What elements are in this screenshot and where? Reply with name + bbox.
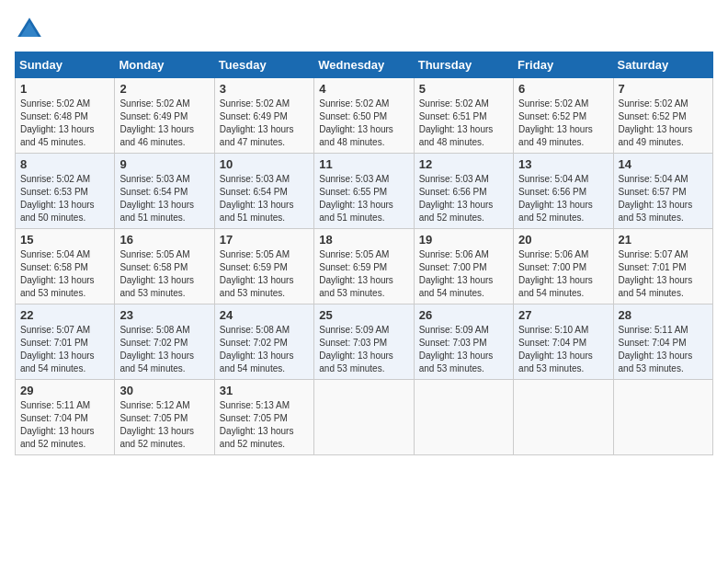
day-number: 28 <box>619 308 708 322</box>
empty-cell <box>314 380 414 455</box>
day-cell-19: 19Sunrise: 5:06 AMSunset: 7:00 PMDayligh… <box>414 229 513 304</box>
day-info: Sunrise: 5:03 AMSunset: 6:55 PMDaylight:… <box>319 173 408 224</box>
day-cell-12: 12Sunrise: 5:03 AMSunset: 6:56 PMDayligh… <box>414 154 513 229</box>
day-info: Sunrise: 5:08 AMSunset: 7:02 PMDaylight:… <box>119 324 209 375</box>
day-info: Sunrise: 5:08 AMSunset: 7:02 PMDaylight:… <box>220 324 309 375</box>
day-cell-20: 20Sunrise: 5:06 AMSunset: 7:00 PMDayligh… <box>514 229 613 304</box>
day-cell-8: 8Sunrise: 5:02 AMSunset: 6:53 PMDaylight… <box>16 154 115 229</box>
header <box>15 15 713 44</box>
day-cell-1: 1Sunrise: 5:02 AMSunset: 6:48 PMDaylight… <box>16 78 115 154</box>
day-number: 11 <box>319 157 408 171</box>
day-number: 14 <box>619 157 708 171</box>
day-info: Sunrise: 5:04 AMSunset: 6:57 PMDaylight:… <box>619 173 708 224</box>
day-cell-21: 21Sunrise: 5:07 AMSunset: 7:01 PMDayligh… <box>613 229 712 304</box>
logo-icon <box>15 15 44 44</box>
day-info: Sunrise: 5:02 AMSunset: 6:52 PMDaylight:… <box>619 98 708 149</box>
day-cell-13: 13Sunrise: 5:04 AMSunset: 6:56 PMDayligh… <box>514 154 613 229</box>
day-cell-18: 18Sunrise: 5:05 AMSunset: 6:59 PMDayligh… <box>314 229 414 304</box>
day-number: 3 <box>220 82 309 96</box>
day-number: 2 <box>119 82 209 96</box>
day-cell-31: 31Sunrise: 5:13 AMSunset: 7:05 PMDayligh… <box>214 380 313 455</box>
day-cell-25: 25Sunrise: 5:09 AMSunset: 7:03 PMDayligh… <box>314 304 414 380</box>
day-info: Sunrise: 5:03 AMSunset: 6:54 PMDaylight:… <box>119 173 209 224</box>
day-number: 17 <box>220 233 309 247</box>
day-cell-10: 10Sunrise: 5:03 AMSunset: 6:54 PMDayligh… <box>214 154 313 229</box>
day-number: 22 <box>20 308 109 322</box>
day-info: Sunrise: 5:09 AMSunset: 7:03 PMDaylight:… <box>319 324 408 375</box>
day-number: 24 <box>220 308 309 322</box>
day-info: Sunrise: 5:10 AMSunset: 7:04 PMDaylight:… <box>518 324 608 375</box>
header-cell-tuesday: Tuesday <box>214 52 313 78</box>
day-number: 9 <box>119 157 209 171</box>
day-info: Sunrise: 5:02 AMSunset: 6:49 PMDaylight:… <box>220 98 309 149</box>
day-info: Sunrise: 5:02 AMSunset: 6:52 PMDaylight:… <box>518 98 608 149</box>
day-cell-23: 23Sunrise: 5:08 AMSunset: 7:02 PMDayligh… <box>115 304 214 380</box>
day-info: Sunrise: 5:02 AMSunset: 6:51 PMDaylight:… <box>419 98 508 149</box>
day-cell-24: 24Sunrise: 5:08 AMSunset: 7:02 PMDayligh… <box>214 304 313 380</box>
day-number: 6 <box>518 82 608 96</box>
day-cell-22: 22Sunrise: 5:07 AMSunset: 7:01 PMDayligh… <box>16 304 115 380</box>
day-info: Sunrise: 5:11 AMSunset: 7:04 PMDaylight:… <box>619 324 708 375</box>
day-info: Sunrise: 5:07 AMSunset: 7:01 PMDaylight:… <box>619 248 708 300</box>
day-info: Sunrise: 5:05 AMSunset: 6:59 PMDaylight:… <box>220 248 309 300</box>
header-cell-monday: Monday <box>115 52 214 78</box>
day-cell-29: 29Sunrise: 5:11 AMSunset: 7:04 PMDayligh… <box>16 380 115 455</box>
day-info: Sunrise: 5:13 AMSunset: 7:05 PMDaylight:… <box>220 399 309 451</box>
day-cell-9: 9Sunrise: 5:03 AMSunset: 6:54 PMDaylight… <box>115 154 214 229</box>
day-number: 18 <box>319 233 408 247</box>
header-cell-friday: Friday <box>514 52 613 78</box>
day-number: 10 <box>220 157 309 171</box>
day-cell-30: 30Sunrise: 5:12 AMSunset: 7:05 PMDayligh… <box>115 380 214 455</box>
day-number: 27 <box>518 308 608 322</box>
day-cell-4: 4Sunrise: 5:02 AMSunset: 6:50 PMDaylight… <box>314 78 414 154</box>
day-number: 15 <box>20 233 109 247</box>
day-info: Sunrise: 5:04 AMSunset: 6:58 PMDaylight:… <box>20 248 109 300</box>
week-row-1: 1Sunrise: 5:02 AMSunset: 6:48 PMDaylight… <box>16 78 713 154</box>
logo <box>15 15 48 44</box>
day-info: Sunrise: 5:11 AMSunset: 7:04 PMDaylight:… <box>20 399 109 451</box>
day-number: 19 <box>419 233 508 247</box>
day-number: 4 <box>319 82 408 96</box>
day-number: 23 <box>119 308 209 322</box>
day-cell-7: 7Sunrise: 5:02 AMSunset: 6:52 PMDaylight… <box>613 78 712 154</box>
day-cell-26: 26Sunrise: 5:09 AMSunset: 7:03 PMDayligh… <box>414 304 513 380</box>
day-info: Sunrise: 5:05 AMSunset: 6:58 PMDaylight:… <box>119 248 209 300</box>
header-cell-thursday: Thursday <box>414 52 513 78</box>
day-number: 7 <box>619 82 708 96</box>
week-row-3: 15Sunrise: 5:04 AMSunset: 6:58 PMDayligh… <box>16 229 713 304</box>
day-cell-2: 2Sunrise: 5:02 AMSunset: 6:49 PMDaylight… <box>115 78 214 154</box>
day-cell-17: 17Sunrise: 5:05 AMSunset: 6:59 PMDayligh… <box>214 229 313 304</box>
day-number: 13 <box>518 157 608 171</box>
day-info: Sunrise: 5:05 AMSunset: 6:59 PMDaylight:… <box>319 248 408 300</box>
header-cell-wednesday: Wednesday <box>314 52 414 78</box>
day-number: 30 <box>119 384 209 397</box>
day-number: 20 <box>518 233 608 247</box>
day-cell-11: 11Sunrise: 5:03 AMSunset: 6:55 PMDayligh… <box>314 154 414 229</box>
page-container: SundayMondayTuesdayWednesdayThursdayFrid… <box>15 15 713 455</box>
day-cell-5: 5Sunrise: 5:02 AMSunset: 6:51 PMDaylight… <box>414 78 513 154</box>
calendar-table: SundayMondayTuesdayWednesdayThursdayFrid… <box>15 52 713 455</box>
day-info: Sunrise: 5:03 AMSunset: 6:54 PMDaylight:… <box>220 173 309 224</box>
day-cell-14: 14Sunrise: 5:04 AMSunset: 6:57 PMDayligh… <box>613 154 712 229</box>
day-cell-15: 15Sunrise: 5:04 AMSunset: 6:58 PMDayligh… <box>16 229 115 304</box>
day-cell-28: 28Sunrise: 5:11 AMSunset: 7:04 PMDayligh… <box>613 304 712 380</box>
week-row-2: 8Sunrise: 5:02 AMSunset: 6:53 PMDaylight… <box>16 154 713 229</box>
day-info: Sunrise: 5:02 AMSunset: 6:48 PMDaylight:… <box>20 98 109 149</box>
empty-cell <box>414 380 513 455</box>
day-number: 26 <box>419 308 508 322</box>
empty-cell <box>613 380 712 455</box>
day-info: Sunrise: 5:03 AMSunset: 6:56 PMDaylight:… <box>419 173 508 224</box>
day-info: Sunrise: 5:02 AMSunset: 6:53 PMDaylight:… <box>20 173 109 224</box>
week-row-5: 29Sunrise: 5:11 AMSunset: 7:04 PMDayligh… <box>16 380 713 455</box>
day-number: 16 <box>119 233 209 247</box>
day-number: 29 <box>20 384 109 397</box>
day-cell-16: 16Sunrise: 5:05 AMSunset: 6:58 PMDayligh… <box>115 229 214 304</box>
day-info: Sunrise: 5:06 AMSunset: 7:00 PMDaylight:… <box>419 248 508 300</box>
day-number: 12 <box>419 157 508 171</box>
day-info: Sunrise: 5:06 AMSunset: 7:00 PMDaylight:… <box>518 248 608 300</box>
day-cell-3: 3Sunrise: 5:02 AMSunset: 6:49 PMDaylight… <box>214 78 313 154</box>
day-info: Sunrise: 5:02 AMSunset: 6:50 PMDaylight:… <box>319 98 408 149</box>
day-info: Sunrise: 5:07 AMSunset: 7:01 PMDaylight:… <box>20 324 109 375</box>
day-cell-6: 6Sunrise: 5:02 AMSunset: 6:52 PMDaylight… <box>514 78 613 154</box>
day-number: 5 <box>419 82 508 96</box>
